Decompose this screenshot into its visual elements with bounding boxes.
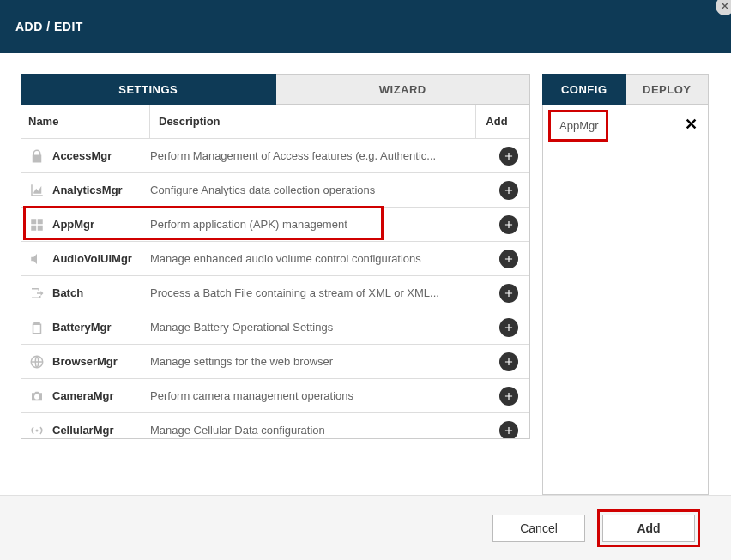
- table-row[interactable]: AccessMgrPerform Management of Access fe…: [21, 139, 529, 173]
- table-row[interactable]: BrowserMgrManage settings for the web br…: [21, 345, 529, 379]
- add-row-button[interactable]: [499, 284, 518, 303]
- table-body[interactable]: AccessMgrPerform Management of Access fe…: [21, 139, 529, 438]
- cancel-button[interactable]: Cancel: [492, 515, 585, 542]
- modal-header: ADD / EDIT: [0, 0, 731, 53]
- row-add: [488, 181, 529, 200]
- config-item-appmgr[interactable]: AppMgr: [548, 110, 608, 142]
- add-row-button[interactable]: [499, 181, 518, 200]
- svg-rect-1: [38, 219, 43, 224]
- row-add: [488, 284, 529, 303]
- row-description: Perform application (APK) management: [150, 218, 488, 231]
- row-name: AppMgr: [52, 218, 150, 231]
- row-add: [488, 421, 529, 439]
- speaker-icon: [21, 251, 52, 267]
- row-add: [488, 215, 529, 234]
- right-tabs: CONFIG DEPLOY: [542, 74, 709, 105]
- row-description: Manage Cellular Data configuration: [150, 424, 488, 437]
- table-row[interactable]: CameraMgrPerform camera management opera…: [21, 379, 529, 413]
- row-name: Batch: [52, 286, 150, 299]
- row-name: BrowserMgr: [52, 355, 150, 368]
- cell-icon: [21, 423, 52, 438]
- row-name: CellularMgr: [52, 424, 150, 437]
- row-description: Manage Battery Operational Settings: [150, 321, 488, 334]
- col-add: Add: [476, 105, 517, 138]
- grid-icon: [21, 217, 52, 232]
- tab-settings[interactable]: SETTINGS: [21, 74, 276, 105]
- modal-footer: Cancel Add: [0, 495, 731, 560]
- camera-icon: [21, 388, 52, 404]
- modal-title: ADD / EDIT: [15, 20, 83, 33]
- modal-body: SETTINGS WIZARD Name Description Add Acc…: [0, 53, 731, 495]
- add-row-button[interactable]: [499, 352, 518, 371]
- row-description: Manage settings for the web browser: [150, 355, 488, 368]
- row-name: BatteryMgr: [52, 321, 150, 334]
- table-row[interactable]: BatchProcess a Batch File containing a s…: [21, 276, 529, 310]
- config-item-label: AppMgr: [559, 119, 599, 132]
- row-description: Perform camera management operations: [150, 389, 488, 402]
- row-add: [488, 387, 529, 406]
- table-header: Name Description Add: [21, 105, 529, 139]
- tab-deploy[interactable]: DEPLOY: [626, 74, 710, 105]
- row-name: AudioVolUIMgr: [52, 252, 150, 265]
- row-description: Manage enhanced audio volume control con…: [150, 252, 488, 265]
- table-row[interactable]: CellularMgrManage Cellular Data configur…: [21, 413, 529, 438]
- lock-icon: [21, 148, 52, 164]
- row-name: AnalyticsMgr: [52, 184, 150, 196]
- row-add: [488, 250, 529, 268]
- chart-icon: [21, 183, 52, 198]
- col-name: Name: [21, 105, 150, 138]
- row-add: [488, 352, 529, 371]
- add-row-button[interactable]: [499, 215, 518, 234]
- add-row-button[interactable]: [499, 147, 518, 166]
- settings-table: Name Description Add AccessMgrPerform Ma…: [21, 105, 530, 439]
- add-row-button[interactable]: [499, 421, 518, 439]
- table-row[interactable]: AppMgrPerform application (APK) manageme…: [21, 208, 529, 242]
- row-description: Perform Management of Access features (e…: [150, 149, 488, 162]
- left-tabs: SETTINGS WIZARD: [21, 74, 530, 105]
- remove-config-icon[interactable]: ✕: [685, 115, 698, 134]
- svg-rect-0: [31, 219, 36, 224]
- row-add: [488, 318, 529, 337]
- table-row[interactable]: BatteryMgrManage Battery Operational Set…: [21, 310, 529, 345]
- add-edit-modal: ✕ ADD / EDIT SETTINGS WIZARD Name Descri…: [0, 0, 731, 560]
- config-pane: CONFIG DEPLOY AppMgr ✕: [542, 74, 709, 495]
- batch-icon: [21, 286, 52, 301]
- add-button-highlight: Add: [597, 509, 700, 547]
- config-list: AppMgr ✕: [542, 105, 709, 495]
- row-description: Process a Batch File containing a stream…: [150, 286, 488, 299]
- row-description: Configure Analytics data collection oper…: [150, 184, 488, 196]
- tab-config[interactable]: CONFIG: [542, 74, 626, 105]
- battery-icon: [21, 320, 52, 335]
- tab-wizard[interactable]: WIZARD: [276, 74, 531, 105]
- table-row[interactable]: AnalyticsMgrConfigure Analytics data col…: [21, 173, 529, 208]
- svg-rect-3: [38, 225, 43, 230]
- add-row-button[interactable]: [499, 250, 518, 268]
- row-name: AccessMgr: [52, 149, 150, 162]
- row-name: CameraMgr: [52, 389, 150, 402]
- row-add: [488, 147, 529, 166]
- settings-pane: SETTINGS WIZARD Name Description Add Acc…: [21, 74, 530, 495]
- add-row-button[interactable]: [499, 387, 518, 406]
- table-row[interactable]: AudioVolUIMgrManage enhanced audio volum…: [21, 242, 529, 276]
- add-button[interactable]: Add: [602, 515, 695, 542]
- add-row-button[interactable]: [499, 318, 518, 337]
- svg-rect-2: [31, 225, 36, 230]
- col-description: Description: [150, 105, 476, 138]
- globe-icon: [21, 354, 52, 370]
